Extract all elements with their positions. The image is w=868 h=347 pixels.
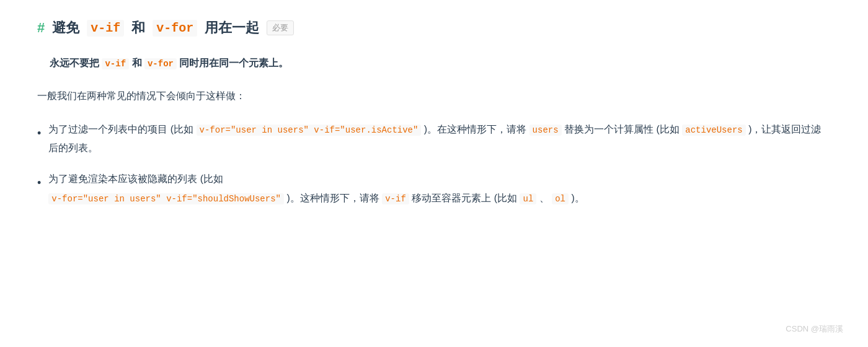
list-item: • 为了过滤一个列表中的项目 (比如 v-for="user in users"… <box>37 120 831 158</box>
intro-and: 和 <box>132 58 142 68</box>
intro-code2: v-for <box>144 58 177 69</box>
bullet-dot-1: • <box>37 123 41 144</box>
code-vif: v-if <box>382 193 409 204</box>
watermark: CSDN @瑞雨溪 <box>786 323 843 335</box>
heading-hash: # <box>37 20 45 36</box>
heading-suffix: 用在一起 <box>205 19 259 37</box>
heading-code1: v-if <box>87 20 124 37</box>
body-paragraph: 一般我们在两种常见的情况下会倾向于这样做： <box>37 87 831 105</box>
intro-text-after: 同时用在同一个元素上。 <box>179 58 288 68</box>
code-ul: ul <box>520 193 536 204</box>
bullet-content-1: 为了过滤一个列表中的项目 (比如 v-for="user in users" v… <box>48 120 831 158</box>
bullet-dot-2: • <box>37 172 41 193</box>
required-badge: 必要 <box>267 20 294 35</box>
intro-text-before: 永远不要把 <box>50 58 99 68</box>
heading: # 避免 v-if 和 v-for 用在一起 必要 <box>37 19 831 37</box>
intro-code1: v-if <box>102 58 129 69</box>
code-ol: ol <box>552 193 569 204</box>
page-container: # 避免 v-if 和 v-for 用在一起 必要 永远不要把 v-if 和 v… <box>37 19 831 208</box>
heading-and: 和 <box>131 19 145 37</box>
code-users: users <box>529 125 562 136</box>
heading-code2: v-for <box>153 20 197 37</box>
code-vfor-shouldshow: v-for="user in users" v-if="shouldShowUs… <box>48 193 284 204</box>
list-item: • 为了避免渲染本应该被隐藏的列表 (比如 v-for="user in use… <box>37 170 831 208</box>
code-vfor-user-isactive: v-for="user in users" v-if="user.isActiv… <box>197 125 422 136</box>
code-activeusers: activeUsers <box>682 125 745 136</box>
intro-paragraph: 永远不要把 v-if 和 v-for 同时用在同一个元素上。 <box>37 55 831 72</box>
bullet-list: • 为了过滤一个列表中的项目 (比如 v-for="user in users"… <box>37 120 831 208</box>
bullet-content-2: 为了避免渲染本应该被隐藏的列表 (比如 v-for="user in users… <box>48 170 831 208</box>
heading-prefix: 避免 <box>52 19 79 37</box>
